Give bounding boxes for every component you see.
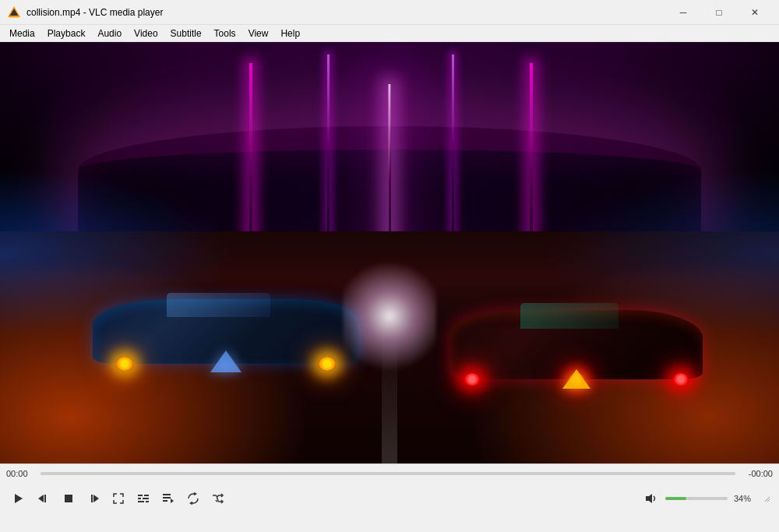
video-area[interactable]: [0, 42, 779, 463]
controls-area: 00:00 -00:00: [0, 463, 779, 532]
car-left-symbol: [203, 350, 249, 373]
fullscreen-icon: [112, 492, 125, 505]
title-bar: collision.mp4 - VLC media player ─ □ ✕: [0, 0, 779, 25]
buttons-row: 34%: [0, 483, 779, 514]
menu-playback[interactable]: Playback: [41, 26, 92, 41]
menu-view[interactable]: View: [242, 26, 275, 41]
svg-line-20: [765, 497, 770, 502]
previous-icon: [37, 492, 50, 505]
svg-marker-18: [171, 499, 174, 503]
car-right: [436, 278, 717, 404]
volume-fill: [665, 497, 686, 500]
menu-help[interactable]: Help: [274, 26, 306, 41]
volume-label: 34%: [731, 494, 754, 503]
menu-media[interactable]: Media: [3, 26, 41, 41]
volume-slider[interactable]: [665, 497, 728, 500]
play-button[interactable]: [6, 486, 31, 511]
svg-rect-16: [163, 497, 171, 499]
svg-rect-11: [138, 498, 141, 499]
next-button[interactable]: [81, 486, 106, 511]
menu-video[interactable]: Video: [128, 26, 164, 41]
menu-bar: Media Playback Audio Video Subtitle Tool…: [0, 25, 779, 42]
car-left: [78, 270, 374, 387]
svg-rect-13: [138, 501, 144, 502]
car-right-windshield: [520, 303, 619, 328]
svg-rect-12: [143, 498, 149, 499]
vlc-icon: [6, 5, 22, 20]
tail-light-left-1: [116, 357, 133, 371]
extended-settings-button[interactable]: [131, 486, 156, 511]
svg-rect-10: [144, 495, 149, 496]
extended-icon: [137, 492, 150, 505]
random-button[interactable]: [206, 486, 231, 511]
svg-rect-15: [163, 494, 171, 495]
loop-button[interactable]: [181, 486, 206, 511]
right-controls: 34%: [640, 488, 773, 509]
svg-rect-17: [163, 500, 167, 502]
triangle-icon-left: [210, 351, 241, 372]
volume-button[interactable]: [640, 488, 662, 509]
triangle-icon-right: [562, 369, 590, 389]
svg-marker-4: [38, 495, 44, 502]
svg-rect-6: [65, 495, 72, 502]
time-remaining: -00:00: [740, 469, 773, 478]
stop-icon: [62, 492, 75, 505]
minimize-button[interactable]: ─: [665, 0, 701, 25]
svg-marker-3: [15, 494, 23, 503]
menu-tools[interactable]: Tools: [208, 26, 242, 41]
car-right-lights: [450, 367, 703, 392]
progress-bar[interactable]: [41, 472, 735, 475]
video-canvas: [0, 42, 779, 463]
fullscreen-button[interactable]: [106, 486, 131, 511]
svg-marker-7: [93, 495, 99, 502]
play-icon: [12, 492, 25, 505]
playlist-icon: [162, 492, 174, 505]
previous-button[interactable]: [31, 486, 56, 511]
resize-grip: [760, 492, 773, 505]
car-left-lights: [93, 352, 359, 375]
time-elapsed: 00:00: [6, 469, 36, 478]
svg-rect-5: [44, 495, 46, 502]
car-left-windshield: [167, 293, 270, 316]
svg-rect-9: [138, 495, 143, 496]
resize-grip-icon: [763, 495, 770, 502]
window-controls: ─ □ ✕: [665, 0, 773, 25]
menu-subtitle[interactable]: Subtitle: [164, 26, 208, 41]
svg-rect-14: [146, 501, 149, 502]
svg-rect-2: [9, 16, 19, 18]
random-icon: [212, 492, 224, 505]
svg-line-21: [767, 499, 770, 502]
svg-rect-8: [91, 495, 93, 502]
tail-light-left-2: [319, 357, 336, 371]
collision-flash: [343, 253, 436, 379]
playlist-button[interactable]: [156, 486, 181, 511]
menu-audio[interactable]: Audio: [91, 26, 128, 41]
volume-icon: [645, 492, 657, 505]
stop-button[interactable]: [56, 486, 81, 511]
next-icon: [87, 492, 100, 505]
window-title: collision.mp4 - VLC media player: [26, 7, 665, 18]
svg-marker-19: [646, 494, 652, 503]
loop-icon: [187, 492, 199, 505]
tail-light-right-1: [464, 373, 480, 386]
maximize-button[interactable]: □: [701, 0, 737, 25]
progress-row: 00:00 -00:00: [0, 464, 779, 483]
close-button[interactable]: ✕: [737, 0, 773, 25]
tail-light-right-3: [673, 373, 689, 386]
